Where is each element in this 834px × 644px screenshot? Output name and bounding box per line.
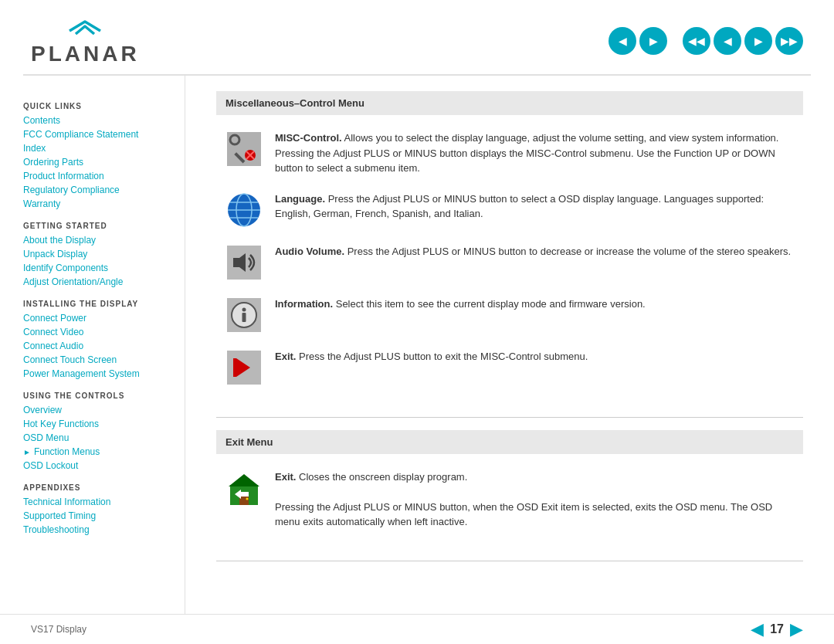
active-arrow-icon: ► — [23, 448, 31, 456]
footer-next-button[interactable]: ▶ — [790, 621, 803, 638]
footer: VS17 Display ◀ 17 ▶ — [0, 614, 834, 644]
misc-section-header: Miscellaneous–Control Menu — [216, 91, 803, 115]
skip-group: ◀◀ ◀ ▶ ▶▶ — [683, 27, 803, 55]
exit-door-subtext: Pressing the Adjust PLUS or MINUS button… — [275, 501, 772, 528]
svg-point-15 — [242, 307, 246, 311]
misc-control-row: MISC-Control. Allows you to select the d… — [216, 123, 803, 184]
getting-started-title: GETTING STARTED — [23, 222, 169, 230]
sidebar-item-fcc[interactable]: FCC Compliance Statement — [23, 127, 169, 141]
prev-next-group: ◀ ▶ — [609, 27, 667, 55]
information-bold: Information. — [275, 298, 333, 310]
installing-title: INSTALLING THE DISPLAY — [23, 300, 169, 308]
sidebar-item-troubleshoot[interactable]: Troubleshooting — [23, 523, 169, 537]
footer-page: 17 — [770, 622, 784, 636]
svg-point-23 — [246, 497, 249, 500]
misc-section-body: MISC-Control. Allows you to select the d… — [216, 115, 803, 402]
skip-prev-button[interactable]: ◀ — [714, 27, 741, 55]
misc-control-icon — [227, 132, 261, 166]
misc-control-icon-box — [225, 130, 263, 168]
skip-next-button[interactable]: ▶ — [744, 27, 772, 55]
nav-buttons: ◀ ▶ ◀◀ ◀ ▶ ▶▶ — [609, 27, 803, 55]
sidebar-item-identify[interactable]: Identify Components — [23, 261, 169, 275]
exit-misc-bold: Exit. — [275, 351, 296, 362]
exit-door-bold: Exit. — [275, 471, 296, 483]
sidebar-item-pms[interactable]: Power Management System — [23, 367, 169, 381]
sidebar-item-index[interactable]: Index — [23, 141, 169, 155]
sidebar-item-product-info[interactable]: Product Information — [23, 169, 169, 183]
sidebar-item-audio[interactable]: Connect Audio — [23, 339, 169, 353]
exit-door-text: Exit. Closes the onscreen display progra… — [275, 469, 794, 530]
sidebar-item-orient[interactable]: Adjust Orientation/Angle — [23, 275, 169, 289]
sidebar-item-regulatory[interactable]: Regulatory Compliance — [23, 183, 169, 197]
exit-door-row: Exit. Closes the onscreen display progra… — [216, 462, 803, 537]
svg-rect-16 — [242, 313, 246, 322]
sidebar-item-overview[interactable]: Overview — [23, 403, 169, 417]
sidebar-item-osd[interactable]: OSD Menu — [23, 431, 169, 445]
sidebar-item-touch[interactable]: Connect Touch Screen — [23, 353, 169, 367]
language-row: Language. Press the Adjust PLUS or MINUS… — [216, 184, 803, 236]
section-divider-2 — [216, 561, 803, 561]
sidebar-item-contents[interactable]: Contents — [23, 114, 169, 127]
sidebar-item-technical[interactable]: Technical Information — [23, 495, 169, 509]
content-area: Miscellaneous–Control Menu — [185, 76, 834, 614]
exit-section-header: Exit Menu — [216, 430, 803, 454]
footer-prev-button[interactable]: ◀ — [751, 621, 764, 638]
misc-control-subtext: Pressing the Adjust PLUS or MINUS button… — [275, 147, 775, 175]
sidebar-item-ordering[interactable]: Ordering Parts — [23, 155, 169, 169]
exit-misc-icon-box — [225, 349, 263, 386]
exit-door-icon-box — [225, 469, 263, 507]
sidebar-item-osd-lockout[interactable]: OSD Lockout — [23, 459, 169, 473]
prev-button[interactable]: ◀ — [609, 27, 636, 55]
exit-section: Exit Menu — [216, 430, 803, 545]
brand-name: PLANAR — [31, 42, 140, 66]
skip-end-button[interactable]: ▶▶ — [775, 27, 803, 55]
section-divider-1 — [216, 417, 803, 418]
sidebar-item-timing[interactable]: Supported Timing — [23, 509, 169, 523]
sidebar-item-hotkey[interactable]: Hot Key Functions — [23, 417, 169, 431]
information-row: Information. Select this item to see the… — [216, 289, 803, 341]
footer-nav: ◀ 17 ▶ — [751, 621, 803, 638]
audio-volume-bold: Audio Volume. — [275, 246, 344, 257]
svg-rect-18 — [233, 358, 236, 377]
language-text: Language. Press the Adjust PLUS or MINUS… — [275, 192, 794, 222]
appendixes-title: APPENDIXES — [23, 483, 169, 492]
sidebar-item-warranty[interactable]: Warranty — [23, 197, 169, 211]
quick-links-title: QUICK LINKS — [23, 102, 169, 110]
audio-icon-box — [225, 244, 263, 281]
language-bold: Language. — [275, 193, 325, 205]
info-icon — [227, 298, 261, 332]
planar-logo-icon — [62, 15, 108, 39]
header: PLANAR ◀ ▶ ◀◀ ◀ ▶ ▶▶ — [0, 0, 834, 74]
logo-area: PLANAR — [31, 15, 140, 66]
sidebar: QUICK LINKS Contents FCC Compliance Stat… — [0, 76, 185, 614]
information-text: Information. Select this item to see the… — [275, 297, 794, 312]
misc-control-text: MISC-Control. Allows you to select the d… — [275, 130, 794, 176]
exit-door-icon — [227, 471, 261, 505]
main-layout: QUICK LINKS Contents FCC Compliance Stat… — [0, 76, 834, 614]
audio-icon — [227, 246, 261, 280]
sidebar-item-video[interactable]: Connect Video — [23, 325, 169, 339]
sidebar-item-function-menus[interactable]: ► Function Menus — [23, 445, 169, 459]
exit-misc-text: Exit. Press the Adjust PLUS button to ex… — [275, 349, 794, 364]
sidebar-item-power[interactable]: Connect Power — [23, 311, 169, 325]
misc-section: Miscellaneous–Control Menu — [216, 91, 803, 402]
skip-start-button[interactable]: ◀◀ — [683, 27, 710, 55]
svg-marker-21 — [229, 474, 259, 486]
language-icon-box — [225, 192, 263, 229]
misc-control-bold: MISC-Control. — [275, 132, 342, 144]
next-button[interactable]: ▶ — [639, 27, 667, 55]
exit-section-body: Exit. Closes the onscreen display progra… — [216, 454, 803, 545]
exit-misc-icon — [227, 351, 261, 385]
sidebar-item-about[interactable]: About the Display — [23, 233, 169, 247]
info-icon-box — [225, 297, 263, 334]
controls-title: USING THE CONTROLS — [23, 391, 169, 400]
exit-misc-row: Exit. Press the Adjust PLUS button to ex… — [216, 341, 803, 394]
sidebar-item-unpack[interactable]: Unpack Display — [23, 247, 169, 261]
footer-label: VS17 Display — [31, 624, 86, 635]
audio-volume-row: Audio Volume. Press the Adjust PLUS or M… — [216, 236, 803, 289]
audio-volume-text: Audio Volume. Press the Adjust PLUS or M… — [275, 244, 794, 259]
language-icon — [227, 193, 261, 227]
